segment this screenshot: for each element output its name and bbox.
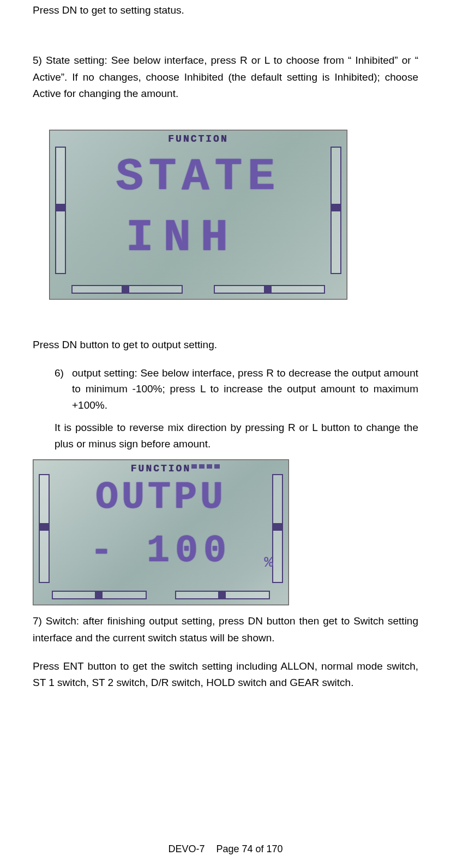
spacer xyxy=(33,300,418,321)
lcd2-title: FUNCTION xyxy=(131,463,191,474)
after-lcd1-text: Press DN button to get to output setting… xyxy=(33,337,418,353)
step-7b-text: Press ENT button to get the switch setti… xyxy=(33,658,418,691)
step-6-note: It is possible to reverse mix direction … xyxy=(33,420,418,452)
lcd2-bottom-left-gauge xyxy=(52,591,147,599)
lcd2-line2: - 100 xyxy=(33,530,288,573)
list-item: 6) output setting: See below interface, … xyxy=(55,365,418,413)
lcd1-bottom-right-gauge xyxy=(214,285,325,294)
dot-icon xyxy=(199,464,205,469)
gauge-marker xyxy=(330,204,341,211)
lcd1-line2: INH xyxy=(50,212,347,264)
lcd-figure-1-wrap: FUNCTION STATE INH xyxy=(49,130,418,300)
step-6-text: output setting: See below interface, pre… xyxy=(72,365,418,413)
spacer xyxy=(33,31,418,52)
page-footer: DEVO-7 Page 74 of 170 xyxy=(0,843,451,855)
spacer xyxy=(33,321,418,337)
lcd1-title: FUNCTION xyxy=(168,133,228,144)
gauge-marker xyxy=(264,285,272,294)
footer-model: DEVO-7 xyxy=(168,843,205,854)
footer-page-number: Page 74 of 170 xyxy=(216,843,282,854)
gauge-marker xyxy=(55,204,66,211)
gauge-marker xyxy=(218,591,226,599)
lcd1-line1: STATE xyxy=(50,151,347,203)
lcd-figure-1: FUNCTION STATE INH xyxy=(49,130,347,300)
dot-icon xyxy=(214,464,220,469)
lcd2-bottom-right-gauge xyxy=(175,591,270,599)
lcd2-line1: OUTPU xyxy=(33,476,288,519)
step-7-text: 7) Switch: after finishing output settin… xyxy=(33,613,418,646)
lcd-figure-2: FUNCTION OUTPU - 100 % xyxy=(33,459,289,605)
gauge-marker xyxy=(95,591,103,599)
intro-line: Press DN to get to setting status. xyxy=(33,0,418,19)
spacer xyxy=(33,114,418,130)
dot-icon xyxy=(207,464,212,469)
lcd1-bottom-left-gauge xyxy=(71,285,183,294)
document-page: Press DN to get to setting status. 5) St… xyxy=(0,0,451,868)
lcd-figure-2-wrap: FUNCTION OUTPU - 100 % xyxy=(33,459,418,605)
step-6-list: 6) output setting: See below interface, … xyxy=(33,365,418,413)
dot-icon xyxy=(191,464,197,469)
lcd2-percent-symbol: % xyxy=(264,554,273,571)
step-6-number: 6) xyxy=(55,365,72,413)
gauge-marker xyxy=(122,285,129,294)
step-5-text: 5) State setting: See below interface, p… xyxy=(33,52,418,102)
lcd2-indicator-dots xyxy=(191,464,220,469)
